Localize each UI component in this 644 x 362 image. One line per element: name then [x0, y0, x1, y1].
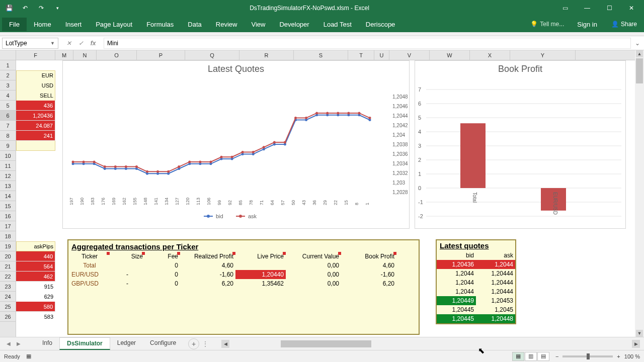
cell[interactable]: 583 [16, 312, 55, 322]
row-header[interactable]: 13 [0, 181, 16, 191]
row-header[interactable]: 7 [0, 121, 16, 131]
scroll-up-icon[interactable]: ▲ [636, 50, 643, 57]
row-header[interactable]: 22 [0, 272, 16, 282]
column-header[interactable]: M [55, 50, 73, 60]
ribbon-tab-view[interactable]: View [244, 18, 272, 31]
ribbon-tab-file[interactable]: File [2, 18, 27, 31]
table-row[interactable]: 1,20449 1,20453 [437, 296, 515, 305]
row-header[interactable]: 21 [0, 261, 16, 272]
row-header[interactable]: 11 [0, 161, 16, 171]
aggregated-transactions-table[interactable]: Aggregated transactions per Ticker Ticke… [67, 239, 420, 335]
ribbon-tab-insert[interactable]: Insert [58, 18, 89, 31]
column-header[interactable]: O [97, 50, 137, 60]
close-icon[interactable]: ✕ [621, 2, 642, 14]
row-header[interactable]: 5 [0, 101, 16, 111]
save-icon[interactable]: 💾 [2, 2, 16, 14]
cell[interactable]: 24.087 [16, 121, 55, 131]
scroll-right-icon[interactable]: ▶ [632, 340, 640, 348]
select-all-cell[interactable] [0, 50, 16, 60]
row-header[interactable]: 14 [0, 191, 16, 201]
formula-expand-icon[interactable]: ⌄ [633, 40, 642, 47]
scroll-thumb[interactable] [636, 58, 643, 83]
column-header[interactable]: N [73, 50, 97, 60]
column-header[interactable]: S [294, 50, 348, 60]
sheet-tab-ledger[interactable]: Ledger [110, 337, 143, 350]
ribbon-tab-deriscope[interactable]: Deriscope [359, 18, 403, 31]
ribbon-tab-data[interactable]: Data [181, 18, 208, 31]
table-row[interactable]: 1,2044 1,20444 [437, 278, 515, 287]
column-header[interactable]: Y [510, 50, 576, 60]
chevron-down-icon[interactable]: ▼ [50, 41, 55, 46]
ribbon-tab-formulas[interactable]: Formulas [139, 18, 181, 31]
chart-book-profit[interactable]: Book Profit 76543210-1-2 TotalEUR/USD [415, 60, 626, 229]
vertical-scrollbar[interactable]: ▲ ▼ [635, 50, 644, 337]
cell[interactable]: 564 [16, 261, 55, 272]
column-header[interactable]: V [389, 50, 430, 60]
ribbon-tab-page-layout[interactable]: Page Layout [89, 18, 139, 31]
table-row[interactable]: 1,20436 1,2044 [437, 260, 515, 269]
cell[interactable]: 436 [16, 101, 55, 111]
cell[interactable]: 241 [16, 131, 55, 141]
cell[interactable]: USD [16, 80, 55, 90]
column-header[interactable]: X [470, 50, 510, 60]
row-header[interactable]: 3 [0, 80, 16, 90]
row-header[interactable]: 15 [0, 201, 16, 211]
table-row[interactable]: GBP/USD - 0 6,20 1,35462 0,00 6,20 [69, 279, 418, 288]
row-header[interactable]: 1 [0, 60, 16, 70]
row-header[interactable]: 24 [0, 292, 16, 302]
ribbon-tab-review[interactable]: Review [209, 18, 245, 31]
formula-input[interactable]: Mini [104, 38, 631, 49]
view-normal-icon[interactable]: ▦ [512, 352, 524, 361]
ribbon-tab-developer[interactable]: Developer [272, 18, 316, 31]
sheet-tab-info[interactable]: Info [35, 337, 59, 350]
row-header[interactable]: 4 [0, 90, 16, 101]
cell[interactable]: 440 [16, 251, 55, 261]
qat-customize-icon[interactable]: ▾ [50, 2, 64, 14]
sheet-nav-prev-icon[interactable]: ◀ [4, 339, 13, 348]
scroll-left-icon[interactable]: ◀ [221, 340, 229, 348]
column-header[interactable]: F [16, 50, 55, 60]
horizontal-scrollbar[interactable]: ◀ ▶ [221, 340, 640, 348]
fx-icon[interactable]: fx [88, 38, 99, 49]
column-header[interactable]: T [348, 50, 374, 60]
row-header[interactable]: 6 [0, 111, 16, 121]
name-box[interactable]: LotType ▼ [2, 38, 58, 49]
enter-formula-icon[interactable]: ✓ [75, 38, 87, 49]
sheet-tab-configure[interactable]: Configure [143, 337, 183, 350]
maximize-icon[interactable]: ☐ [599, 2, 620, 14]
add-sheet-button[interactable]: + [188, 338, 199, 349]
row-header[interactable]: 10 [0, 151, 16, 161]
table-row[interactable]: Total 0 4,60 0,00 4,60 [69, 261, 418, 270]
row-header[interactable]: 20 [0, 251, 16, 261]
cell[interactable]: 1,20436 [16, 111, 55, 121]
tell-me-search[interactable]: 💡Tell me... [526, 19, 568, 30]
view-page-break-icon[interactable]: ▤ [537, 352, 549, 361]
row-header[interactable]: 16 [0, 211, 16, 221]
cell-grid[interactable]: EURUSDSELL4361,2043624.087241askPips4405… [16, 60, 635, 337]
row-header[interactable]: 19 [0, 241, 16, 251]
row-header[interactable]: 2 [0, 70, 16, 80]
share-button[interactable]: 👤Share [606, 19, 642, 30]
undo-icon[interactable]: ↶ [18, 2, 32, 14]
row-header[interactable]: 25 [0, 302, 16, 312]
ribbon-options-icon[interactable]: ▭ [554, 2, 576, 14]
latest-quotes-table[interactable]: Latest quotes bidask 1,20436 1,2044 1,20… [436, 239, 516, 324]
cell[interactable]: askPips [16, 241, 55, 251]
column-header[interactable]: W [430, 50, 470, 60]
zoom-out-icon[interactable]: − [555, 353, 558, 359]
cell[interactable]: SELL [16, 90, 55, 101]
redo-icon[interactable]: ↷ [34, 2, 48, 14]
zoom-slider[interactable] [562, 355, 613, 357]
row-header[interactable]: 9 [0, 141, 16, 151]
sheet-tab-dssimulator[interactable]: DsSimulator [59, 337, 110, 350]
view-page-layout-icon[interactable]: ▥ [525, 352, 537, 361]
column-header[interactable]: Q [185, 50, 239, 60]
row-header[interactable]: 17 [0, 221, 16, 231]
minimize-icon[interactable]: — [577, 2, 598, 14]
hscroll-thumb[interactable] [281, 340, 371, 347]
row-header[interactable]: 8 [0, 131, 16, 141]
table-row[interactable]: EUR/USD - 0 -1,60 1,20440 0,00 -1,60 [69, 270, 418, 279]
cell[interactable]: 915 [16, 282, 55, 292]
ribbon-tab-home[interactable]: Home [27, 18, 58, 31]
cancel-formula-icon[interactable]: ✕ [63, 38, 74, 49]
